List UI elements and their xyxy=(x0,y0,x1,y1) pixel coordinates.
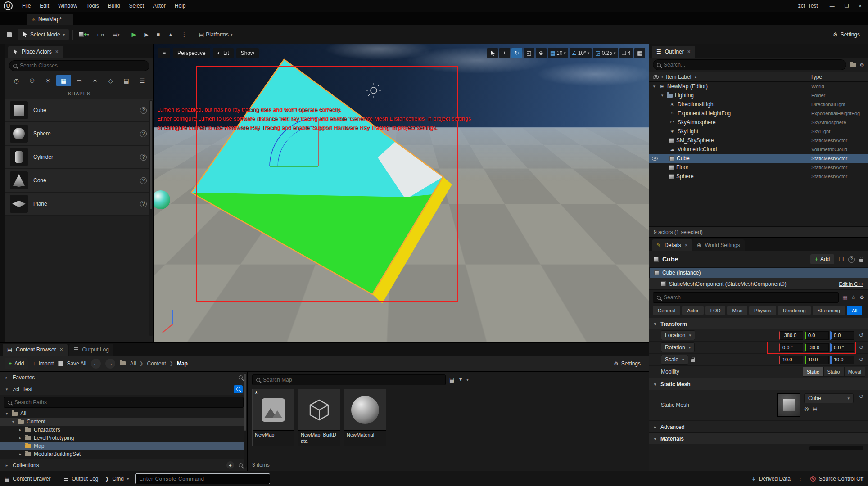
scale-z-field[interactable]: 10.0 xyxy=(830,356,854,364)
derived-data-button[interactable]: ↧ Derived Data xyxy=(751,476,791,482)
rotate-tool-button[interactable]: ↻ xyxy=(511,48,522,58)
outliner-search-input[interactable] xyxy=(664,62,842,68)
outliner-row-directionallight[interactable]: ☀ DirectionalLightDirectionalLight xyxy=(649,100,868,109)
materials-section-header[interactable]: ▾ Materials xyxy=(649,432,868,444)
outliner-row-exponentialheightfog[interactable]: ≈ ExponentialHeightFogExponentialHeightF… xyxy=(649,109,868,118)
outliner-tab[interactable]: ☰ Outliner × xyxy=(652,46,695,58)
favorites-row[interactable]: ▸ Favorites xyxy=(0,372,247,383)
filter-rendering[interactable]: Rendering xyxy=(778,306,811,315)
crumb-content[interactable]: Content xyxy=(147,360,166,367)
crumb-map[interactable]: Map xyxy=(177,360,188,367)
unreal-logo-icon[interactable]: U xyxy=(4,1,13,10)
browse-to-asset-icon[interactable]: ◎ xyxy=(804,405,809,412)
menu-tools[interactable]: Tools xyxy=(82,1,103,11)
forward-button[interactable]: → xyxy=(105,359,115,369)
transform-section-header[interactable]: ▾ Transform xyxy=(649,318,868,329)
tree-item-all[interactable]: ▾All xyxy=(0,410,247,418)
minimize-button[interactable]: — xyxy=(830,3,835,9)
output-log-tab[interactable]: ☰ Output Log xyxy=(69,344,113,356)
search-classes-input[interactable] xyxy=(20,63,145,69)
scale-lock-icon[interactable] xyxy=(691,359,695,362)
help-icon[interactable]: ? xyxy=(848,256,855,263)
tree-item-content[interactable]: ▾Content xyxy=(0,418,247,426)
effects-category-icon[interactable]: ✶ xyxy=(87,75,102,86)
scrollbar[interactable] xyxy=(149,100,153,336)
restore-button[interactable]: ❐ xyxy=(845,3,849,9)
advanced-section-header[interactable]: ▸ Advanced xyxy=(649,421,868,432)
folder-icon[interactable] xyxy=(120,361,126,365)
import-button[interactable]: ↓Import xyxy=(32,360,54,367)
volumes-category-icon[interactable]: ▤ xyxy=(119,75,134,86)
use-selected-asset-icon[interactable]: ▤ xyxy=(812,405,817,412)
outliner-row-lighting[interactable]: ▾ LightingFolder xyxy=(649,91,868,100)
outliner-row-skyatmosphere[interactable]: ◠ SkyAtmosphereSkyAtmosphere xyxy=(649,118,868,127)
rotation-x-field[interactable]: 0.0 ° xyxy=(779,343,803,352)
outliner-row-sphere[interactable]: SphereStaticMeshActor xyxy=(649,172,868,181)
perspective-dropdown[interactable]: Perspective xyxy=(173,48,210,58)
reset-location-icon[interactable]: ↺ xyxy=(857,332,865,338)
item-label-column[interactable]: Item Label xyxy=(666,74,691,80)
rotation-z-field[interactable]: 0.0 ° xyxy=(830,343,854,352)
platforms-dropdown[interactable]: ▤ Platforms ▾ xyxy=(197,29,235,40)
search-paths-input[interactable] xyxy=(14,399,240,405)
tree-item-map[interactable]: Map xyxy=(0,442,247,450)
cb-settings-button[interactable]: ⚙ Settings xyxy=(614,360,644,367)
place-actors-tab[interactable]: Place Actors × xyxy=(8,46,63,58)
filter-all[interactable]: All xyxy=(847,306,862,315)
filter-physics[interactable]: Physics xyxy=(749,306,776,315)
tab-newmap[interactable]: ⚠ NewMap* xyxy=(27,14,73,25)
launch-button[interactable]: ▲ xyxy=(166,29,176,40)
scale-y-field[interactable]: 10.0 xyxy=(805,356,829,364)
component-row[interactable]: StaticMeshComponent (StaticMeshComponent… xyxy=(649,278,868,290)
save-button[interactable] xyxy=(5,29,14,40)
details-tab[interactable]: ✎ Details × xyxy=(652,239,692,251)
outliner-row-newmap[interactable]: ▾ ⊕ NewMap (Editor)World xyxy=(649,82,868,91)
recently-placed-icon[interactable]: ◷ xyxy=(9,75,24,86)
select-tool-button[interactable] xyxy=(487,48,498,58)
static-mesh-thumbnail[interactable] xyxy=(777,393,800,417)
move-tool-button[interactable]: + xyxy=(499,48,510,58)
blueprints-button[interactable]: ▭▾ xyxy=(95,29,107,40)
display-options-icon[interactable]: ▦ xyxy=(842,294,847,301)
source-control-button[interactable]: Source Control Off xyxy=(810,476,863,482)
new-folder-icon[interactable] xyxy=(850,63,856,67)
help-icon[interactable]: ? xyxy=(140,177,147,184)
asset-card-newmaterial[interactable]: NewMaterial xyxy=(344,389,386,446)
reset-scale-icon[interactable]: ↺ xyxy=(857,356,865,363)
type-column[interactable]: Type xyxy=(810,74,864,80)
outliner-row-skylight[interactable]: ✶ SkyLightSkyLight xyxy=(649,127,868,136)
rotation-y-field[interactable]: -30.0 xyxy=(805,343,829,352)
save-search-icon[interactable]: ▤ xyxy=(449,377,454,383)
mobility-movable-button[interactable]: Moval xyxy=(844,367,865,377)
filter-misc[interactable]: Misc xyxy=(727,306,747,315)
search-assets-input[interactable] xyxy=(263,377,442,383)
location-x-field[interactable]: -380.0 xyxy=(779,331,803,340)
details-search-input[interactable] xyxy=(664,294,835,301)
world-space-button[interactable]: ⊕ xyxy=(536,48,547,58)
output-log-button[interactable]: ☰ Output Log xyxy=(63,476,98,482)
shape-item-plane[interactable]: Plane ? xyxy=(5,193,153,216)
select-mode-dropdown[interactable]: Select Mode ▾ xyxy=(18,29,69,40)
asset-card-newmap[interactable]: * NewMap xyxy=(252,389,294,446)
add-component-button[interactable]: +Add xyxy=(810,254,834,264)
lights-category-icon[interactable]: ☀ xyxy=(41,75,55,86)
instance-settings-icon[interactable]: ❏ xyxy=(839,256,844,262)
filter-dropdown[interactable]: ▲▾ xyxy=(458,377,468,383)
console-command-input[interactable] xyxy=(139,476,266,482)
scale-dropdown[interactable]: Scale▾ xyxy=(661,355,688,364)
eye-icon[interactable] xyxy=(652,157,658,161)
search-icon[interactable] xyxy=(239,375,243,379)
close-icon[interactable]: × xyxy=(685,242,688,248)
outliner-row-sm-skysphere[interactable]: SM_SkySphereStaticMeshActor xyxy=(649,136,868,145)
close-icon[interactable]: × xyxy=(60,346,63,353)
add-collection-button[interactable]: + xyxy=(226,461,234,469)
asset-card-newmap-builtdata[interactable]: NewMap_BuiltData xyxy=(298,389,340,446)
location-y-field[interactable]: 0.0 xyxy=(805,331,829,340)
tree-item-modularbuildingset[interactable]: ▸ModularBuildingSet xyxy=(0,450,247,458)
help-icon[interactable]: ? xyxy=(140,201,147,207)
outliner-row-cube[interactable]: CubeStaticMeshActor xyxy=(649,154,868,163)
close-button[interactable]: × xyxy=(859,3,862,9)
collections-row[interactable]: ▸ Collections + xyxy=(0,459,247,471)
outliner-row-floor[interactable]: FloorStaticMeshActor xyxy=(649,163,868,172)
menu-select[interactable]: Select xyxy=(125,1,148,11)
